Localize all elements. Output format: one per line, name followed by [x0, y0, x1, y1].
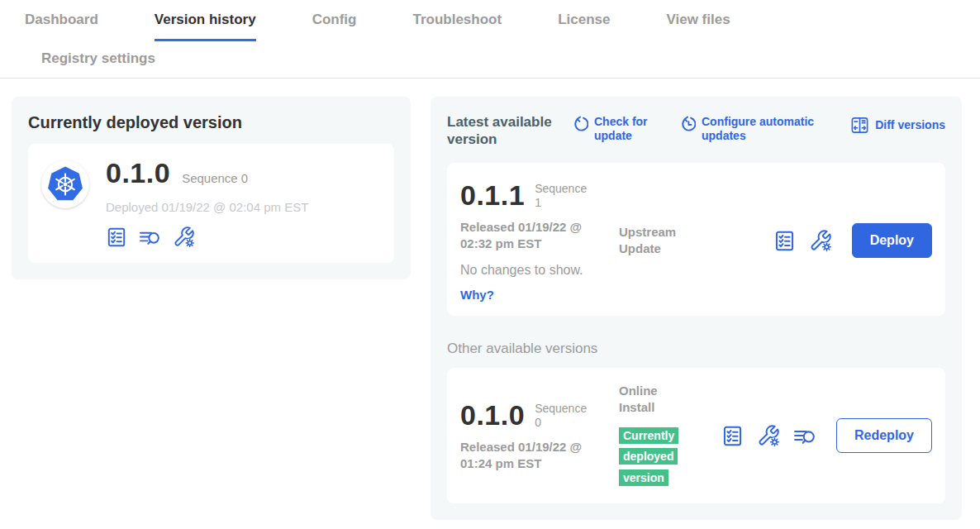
latest-source-label: Upstream Update — [619, 224, 690, 258]
other-source-column: Online Install Currently deployed versio… — [619, 383, 710, 488]
latest-sequence-label: Sequence 1 — [535, 182, 592, 211]
nav-row-secondary: Registry settings — [0, 41, 980, 78]
kubernetes-logo-icon — [41, 160, 89, 208]
currently-deployed-panel: Currently deployed version — [12, 97, 411, 279]
other-released-timestamp: Released 01/19/22 @ 01:24 pm EST — [460, 439, 599, 473]
tab-version-history[interactable]: Version history — [155, 12, 256, 41]
tab-dashboard[interactable]: Dashboard — [25, 12, 98, 41]
deployed-timestamp: Deployed 01/19/22 @ 02:04 pm EST — [106, 200, 308, 214]
tab-troubleshoot[interactable]: Troubleshoot — [412, 12, 502, 41]
diff-icon — [850, 116, 869, 135]
redeploy-button[interactable]: Redeploy — [836, 418, 932, 453]
checklist-icon[interactable] — [106, 226, 127, 248]
other-source-label: Online Install — [619, 383, 690, 417]
check-for-update-link[interactable]: Check for update — [573, 115, 654, 143]
currently-deployed-badge: Currently deployed version — [619, 427, 678, 487]
other-version-info: 0.1.0 Sequence 0 Released 01/19/22 @ 01:… — [460, 399, 619, 473]
other-sequence-label: Sequence 0 — [535, 402, 592, 431]
latest-available-title: Latest available version — [447, 113, 573, 149]
latest-version-actions: Deploy — [773, 223, 932, 258]
deployed-sequence-label: Sequence 0 — [182, 171, 248, 185]
log-search-icon[interactable] — [139, 227, 161, 247]
check-for-update-label: Check for update — [594, 115, 654, 143]
diff-versions-label: Diff versions — [875, 118, 945, 132]
deployed-version-details: 0.1.0 Sequence 0 Deployed 01/19/22 @ 02:… — [106, 157, 308, 248]
checklist-icon[interactable] — [721, 425, 744, 447]
deployed-version-card: 0.1.0 Sequence 0 Deployed 01/19/22 @ 02:… — [28, 144, 394, 263]
scheduled-update-icon — [680, 116, 696, 131]
config-wrench-icon[interactable] — [809, 229, 832, 252]
other-version-number: 0.1.0 — [460, 399, 525, 431]
diff-versions-link[interactable]: Diff versions — [850, 115, 945, 135]
latest-available-header: Latest available version Check for updat… — [447, 113, 945, 149]
latest-available-panel: Latest available version Check for updat… — [431, 97, 962, 520]
latest-source-column: Upstream Update — [619, 224, 710, 258]
deployed-version-number: 0.1.0 — [106, 157, 170, 189]
currently-deployed-badge-wrap: Currently deployed version — [619, 425, 680, 489]
other-versions-title: Other available versions — [447, 341, 945, 357]
why-link[interactable]: Why? — [460, 288, 494, 302]
main-content: Currently deployed version — [0, 79, 980, 520]
header-actions: Check for update Configure automatic upd… — [573, 115, 945, 143]
latest-version-number: 0.1.1 — [460, 179, 525, 212]
checklist-icon[interactable] — [773, 230, 796, 252]
refresh-arrow-icon — [573, 116, 588, 131]
deploy-button[interactable]: Deploy — [852, 223, 932, 258]
nav-row-primary: Dashboard Version history Config Trouble… — [0, 12, 980, 41]
log-search-icon[interactable] — [793, 426, 816, 446]
config-wrench-icon[interactable] — [173, 226, 195, 248]
other-version-actions: Redeploy — [721, 418, 932, 453]
tab-view-files[interactable]: View files — [666, 12, 730, 41]
other-version-card: 0.1.0 Sequence 0 Released 01/19/22 @ 01:… — [447, 368, 945, 503]
top-navigation: Dashboard Version history Config Trouble… — [0, 0, 980, 79]
tab-license[interactable]: License — [558, 12, 610, 41]
tab-registry-settings[interactable]: Registry settings — [41, 50, 155, 67]
config-wrench-icon[interactable] — [757, 424, 780, 447]
latest-released-timestamp: Released 01/19/22 @ 02:32 pm EST — [460, 219, 599, 253]
configure-automatic-updates-link[interactable]: Configure automatic updates — [680, 115, 822, 143]
latest-version-card: 0.1.1 Sequence 1 Released 01/19/22 @ 02:… — [447, 163, 945, 317]
latest-version-info: 0.1.1 Sequence 1 Released 01/19/22 @ 02:… — [460, 179, 619, 303]
currently-deployed-title: Currently deployed version — [28, 113, 394, 132]
configure-automatic-updates-label: Configure automatic updates — [702, 115, 822, 143]
tab-config[interactable]: Config — [312, 12, 357, 41]
no-changes-text: No changes to show. — [460, 263, 619, 278]
